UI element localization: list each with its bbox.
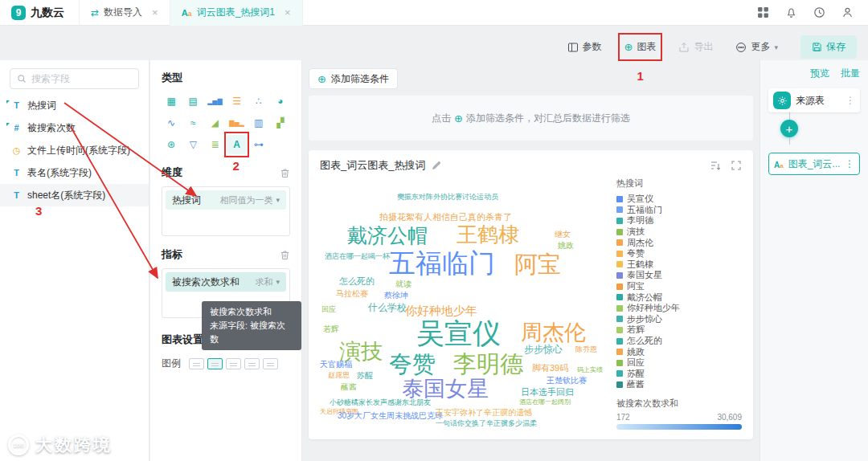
- legend-item[interactable]: 回应: [616, 357, 742, 369]
- chart-type-bar-horizontal-icon[interactable]: ☰: [227, 92, 246, 111]
- chart-type-scatter-icon[interactable]: ∴: [249, 92, 268, 111]
- save-button[interactable]: 保存: [800, 35, 857, 59]
- legend-item[interactable]: 你好种地少年: [616, 303, 742, 314]
- legend-item[interactable]: 若辉: [616, 324, 742, 336]
- close-tab-icon[interactable]: ×: [152, 6, 158, 18]
- wordcloud-word[interactable]: 什么学校: [368, 303, 407, 312]
- legend-item[interactable]: 苏醒: [616, 369, 742, 380]
- wordcloud-word[interactable]: 30岁大厂女生周末挑战巴克球: [338, 412, 443, 420]
- chart-type-combo-icon[interactable]: ▞: [271, 113, 290, 133]
- wordcloud-word[interactable]: 蔡徐坤: [384, 292, 408, 300]
- chart-type-radar-icon[interactable]: ⊛: [162, 135, 181, 154]
- wordcloud-word[interactable]: 陈乔恩: [575, 346, 597, 353]
- wordcloud-word[interactable]: 樊振东对阵外协比赛讨论运动员: [397, 194, 498, 201]
- wordcloud-word[interactable]: 周杰伦: [521, 322, 586, 344]
- legend-item[interactable]: 步步惊心: [616, 314, 742, 325]
- wordcloud-word[interactable]: 脚有39码: [532, 364, 568, 373]
- apps-grid-icon[interactable]: [757, 6, 769, 18]
- wordcloud-word[interactable]: 酒店在哪一起喝一杯: [325, 253, 390, 260]
- legend-position-bottom-option[interactable]: [244, 358, 260, 369]
- wordcloud-word[interactable]: 怎么死的: [339, 277, 375, 286]
- search-input[interactable]: [31, 73, 132, 84]
- user-icon[interactable]: [841, 6, 854, 18]
- field-item[interactable]: ◷文件上传时间(系统字段): [0, 139, 149, 161]
- preview-link[interactable]: 预览: [810, 67, 829, 80]
- metric-field-pill[interactable]: 被搜索次数求和 求和 ▾: [166, 272, 286, 292]
- field-item[interactable]: T热搜词: [0, 94, 149, 116]
- legend-item[interactable]: 吴宣仪: [616, 194, 742, 205]
- chart-type-area-icon[interactable]: ◢: [205, 113, 224, 133]
- filter-hint-panel[interactable]: 点击 ⊕ 添加筛选条件，对汇总后数据进行筛选: [309, 96, 753, 141]
- wordcloud-word[interactable]: 码上实绩: [577, 367, 603, 373]
- wordcloud-word[interactable]: 步步惊心: [524, 345, 563, 354]
- app-logo[interactable]: 9 九数云: [0, 6, 79, 20]
- legend-item[interactable]: 蘸酱: [616, 379, 742, 390]
- wordcloud-word[interactable]: 蘸酱: [341, 383, 357, 391]
- chart-button[interactable]: ⊕ 图表 1: [624, 40, 657, 54]
- wordcloud-word[interactable]: 回应: [321, 306, 336, 313]
- chart-type-line-icon[interactable]: ∿: [162, 113, 181, 133]
- tab-wordcloud-chart[interactable]: Aa 词云图表_热搜词1 ×: [170, 0, 303, 26]
- legend-item[interactable]: 周杰伦: [616, 237, 742, 248]
- legend-item[interactable]: 李明德: [616, 215, 742, 226]
- metric-aggregation[interactable]: 求和: [255, 276, 272, 288]
- bell-icon[interactable]: [785, 6, 797, 18]
- chart-type-stacked-icon[interactable]: ▥: [249, 113, 268, 133]
- wordcloud-word[interactable]: 若辉: [323, 325, 339, 333]
- wordcloud-word[interactable]: 天官赐福: [320, 361, 352, 369]
- chart-type-pie-icon[interactable]: ◕: [271, 92, 290, 111]
- clear-metric-trash-icon[interactable]: [280, 250, 290, 260]
- export-button[interactable]: 导出: [678, 40, 713, 54]
- chevron-down-icon[interactable]: ▾: [276, 196, 280, 204]
- wordcloud-word[interactable]: 姚政: [558, 242, 574, 250]
- wordcloud-word[interactable]: 五福临门: [389, 250, 495, 276]
- add-node-button[interactable]: +: [780, 120, 798, 137]
- gear-icon[interactable]: [773, 92, 791, 109]
- wordcloud-word[interactable]: 马拉松赛: [336, 290, 368, 298]
- wordcloud-word[interactable]: 拍摄花絮有人相信自己真的杀青了: [379, 213, 512, 222]
- edit-title-pencil-icon[interactable]: [432, 161, 441, 170]
- chart-type-table-icon[interactable]: ▦: [162, 92, 181, 111]
- legend-item[interactable]: 泰国女星: [616, 270, 742, 281]
- source-table-node[interactable]: 来源表 ⋮: [768, 88, 860, 112]
- legend-position-right-option[interactable]: [207, 358, 223, 369]
- wordcloud-word[interactable]: 酒店在哪一起阔别: [519, 399, 571, 406]
- wordcloud-word[interactable]: 赵露思: [328, 372, 350, 379]
- wordcloud-word[interactable]: 王鹤棣: [457, 224, 519, 245]
- sort-icon[interactable]: [710, 160, 721, 171]
- wordcloud-word[interactable]: 戴济公帽: [347, 226, 428, 246]
- wordcloud-word[interactable]: 夸赞: [389, 353, 436, 376]
- dimension-dropzone[interactable]: 热搜词 相同值为一类 ▾: [162, 186, 290, 236]
- chart-node[interactable]: Aa 图表_词云... ⋮: [768, 153, 860, 175]
- chart-type-bar-icon[interactable]: ▂▅▇: [205, 92, 224, 111]
- legend-item[interactable]: 演技: [616, 226, 742, 238]
- wordcloud-word[interactable]: 王楚钦比赛: [547, 377, 587, 385]
- legend-position-none-option[interactable]: [189, 358, 204, 369]
- params-button[interactable]: 参数: [567, 40, 602, 54]
- legend-item[interactable]: 夸赞: [616, 248, 742, 259]
- wordcloud-word[interactable]: 继女: [555, 230, 571, 239]
- chart-type-curve-icon[interactable]: ≈: [183, 113, 203, 133]
- tab-data-import[interactable]: ⇄ 数据导入 ×: [79, 0, 170, 26]
- field-item[interactable]: Tsheet名(系统字段): [0, 184, 149, 206]
- wordcloud-word[interactable]: 你好种地少年: [405, 304, 477, 316]
- wordcloud-word[interactable]: 苏醒: [357, 372, 373, 380]
- field-item[interactable]: T表名(系统字段): [0, 161, 149, 184]
- legend-item[interactable]: 戴济公帽: [616, 292, 742, 303]
- legend-position-left-option[interactable]: [263, 358, 278, 369]
- wordcloud-word[interactable]: 就读: [395, 280, 411, 288]
- legend-item[interactable]: 五福临门: [616, 205, 742, 216]
- wordcloud-word[interactable]: 阿宝: [514, 253, 561, 276]
- chevron-down-icon[interactable]: ▾: [276, 278, 280, 286]
- wordcloud-word[interactable]: 日本选手回归: [521, 388, 574, 397]
- legend-item[interactable]: 姚政: [616, 346, 742, 357]
- wordcloud-word[interactable]: 一句话你交换了辛正骥多少温柔: [436, 420, 537, 427]
- search-field-box[interactable]: [10, 68, 139, 89]
- node-menu-icon[interactable]: ⋮: [845, 158, 854, 169]
- dimension-field-pill[interactable]: 热搜词 相同值为一类 ▾: [166, 190, 286, 210]
- clear-dimension-trash-icon[interactable]: [280, 168, 290, 178]
- expand-icon[interactable]: [731, 160, 742, 171]
- more-button[interactable]: 更多 ▾: [735, 40, 778, 54]
- add-filter-button[interactable]: ⊕ 添加筛选条件: [309, 68, 398, 89]
- chart-type-column-icon[interactable]: ▇▅▂: [227, 113, 246, 133]
